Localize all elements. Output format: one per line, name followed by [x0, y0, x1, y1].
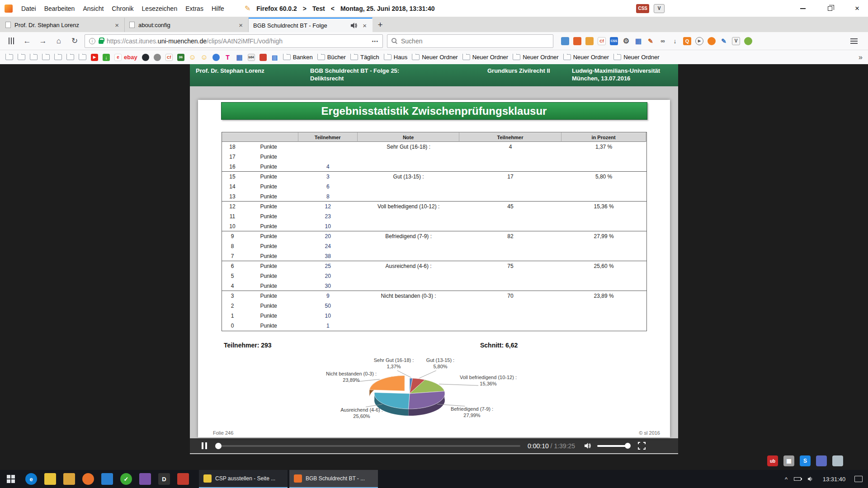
- progress-bar[interactable]: [215, 443, 520, 449]
- battery-icon[interactable]: [794, 477, 801, 481]
- printer-overlay-icon[interactable]: [832, 455, 843, 466]
- globe-icon[interactable]: [212, 54, 220, 61]
- b36-icon[interactable]: 36: [177, 54, 184, 61]
- bookmark-folder[interactable]: [66, 54, 74, 60]
- search-input[interactable]: [401, 38, 549, 45]
- menu-bearbeiten[interactable]: Bearbeiten: [40, 5, 79, 12]
- file-yellow-icon[interactable]: [44, 473, 56, 485]
- smiley-icon[interactable]: ☺: [189, 54, 196, 61]
- progress-track[interactable]: [215, 445, 520, 447]
- bookmark-folder[interactable]: Neuer Ordner: [412, 54, 458, 61]
- firefox-taskbar-icon[interactable]: [82, 473, 94, 485]
- volume-knob[interactable]: [625, 443, 631, 449]
- css-toolbar-icon[interactable]: CSS: [610, 37, 618, 45]
- leaf-icon[interactable]: [744, 37, 752, 45]
- cf-icon[interactable]: Cf: [165, 54, 173, 61]
- tab-3[interactable]: BGB Schuldrecht BT - Folge×: [249, 18, 373, 32]
- youtube-icon[interactable]: ▶: [91, 54, 98, 61]
- tab-1[interactable]: Prof. Dr. Stephan Lorenz×: [1, 18, 125, 32]
- bookmark-folder[interactable]: Haus: [384, 54, 407, 61]
- menu-lesezeichen[interactable]: Lesezeichen: [138, 5, 182, 12]
- doc-overlay-icon[interactable]: [816, 455, 827, 466]
- menu-button[interactable]: [848, 35, 860, 47]
- reload-button[interactable]: ↻: [69, 35, 80, 47]
- v-toolbar-icon[interactable]: V: [732, 37, 740, 45]
- paintbrush-icon[interactable]: ✎: [646, 37, 655, 45]
- close-button[interactable]: ×: [851, 3, 863, 14]
- win-list-icon[interactable]: ▤: [271, 54, 278, 61]
- firefox-addon-icon[interactable]: [708, 37, 716, 45]
- restore-button[interactable]: [824, 3, 836, 14]
- red-app-icon[interactable]: [259, 54, 267, 61]
- ublock-icon[interactable]: ub: [767, 455, 778, 466]
- taskbar-clock[interactable]: 13:31:40: [820, 476, 848, 483]
- bookmark-folder[interactable]: [30, 54, 38, 60]
- smiley2-icon[interactable]: ☺: [201, 54, 208, 61]
- minimize-button[interactable]: [797, 3, 809, 14]
- taskbar-window-button-2[interactable]: BGB Schuldrecht BT - ...: [289, 470, 378, 488]
- b64-icon[interactable]: b64: [248, 54, 255, 61]
- table-icon[interactable]: ▦: [634, 37, 642, 45]
- folder-yellow-icon[interactable]: [585, 37, 594, 45]
- bookmark-folder[interactable]: [54, 54, 62, 60]
- grid-overlay-icon[interactable]: ▦: [783, 455, 794, 466]
- volume-icon[interactable]: [584, 442, 592, 449]
- progress-knob[interactable]: [215, 443, 222, 449]
- antivirus-icon[interactable]: ✓: [120, 473, 132, 485]
- home-button[interactable]: ⌂: [53, 35, 65, 47]
- edge-icon[interactable]: e: [25, 473, 37, 485]
- telekom-icon[interactable]: T: [224, 54, 231, 61]
- download-icon[interactable]: ↓: [671, 37, 679, 45]
- purple-app-icon[interactable]: [139, 473, 151, 485]
- taskbar-window-button-1[interactable]: CSP ausstellen - Seite ...: [199, 470, 288, 488]
- menu-extras[interactable]: Extras: [181, 5, 208, 12]
- video-player[interactable]: Prof. Dr. Stephan Lorenz BGB Schuldrecht…: [190, 64, 678, 454]
- library-icon[interactable]: [5, 35, 17, 47]
- folder-blue-icon[interactable]: [561, 37, 569, 45]
- bookmark-folder[interactable]: Banken: [283, 54, 313, 61]
- github-icon[interactable]: [142, 54, 149, 61]
- tab-2[interactable]: about:config×: [125, 18, 249, 32]
- bookmark-folder[interactable]: Neuer Ordner: [462, 54, 508, 61]
- forward-button[interactable]: →: [37, 35, 49, 47]
- s-overlay-icon[interactable]: S: [800, 455, 811, 466]
- bookmark-folder[interactable]: Bücher: [317, 54, 346, 61]
- tab-close-icon[interactable]: ×: [114, 21, 120, 29]
- url-bar[interactable]: i https://cast.itunes.uni-muenchen.de/cl…: [85, 34, 383, 48]
- bookmark-folder[interactable]: [5, 54, 13, 60]
- tab-audio-icon[interactable]: [350, 22, 358, 29]
- edit-pencil-icon[interactable]: ✎: [720, 37, 728, 45]
- mail-icon[interactable]: [101, 473, 113, 485]
- menu-chronik[interactable]: Chronik: [108, 5, 137, 12]
- bookmark-folder[interactable]: [18, 54, 25, 60]
- menu-ansicht[interactable]: Ansicht: [79, 5, 108, 12]
- hidden-icons-button[interactable]: ^: [785, 476, 788, 483]
- red-taskbar-icon[interactable]: [177, 473, 189, 485]
- tab-close-icon[interactable]: ×: [238, 21, 244, 29]
- ebay-bookmark[interactable]: eebay: [114, 54, 137, 61]
- d-app-icon[interactable]: D: [158, 473, 170, 485]
- bookmark-folder[interactable]: Neuer Ordner: [563, 54, 609, 61]
- bookmark-folder[interactable]: [79, 54, 86, 60]
- grid-icon[interactable]: ▦: [236, 54, 243, 61]
- back-button[interactable]: ←: [21, 35, 33, 47]
- bookmark-folder[interactable]: [42, 54, 50, 60]
- bookmark-folder[interactable]: Neuer Ordner: [513, 54, 558, 61]
- start-button[interactable]: [0, 470, 22, 488]
- action-center-icon[interactable]: [854, 476, 863, 482]
- colorfultabs-icon[interactable]: Cf: [598, 37, 606, 45]
- url-text[interactable]: https://cast.itunes.uni-muenchen.de/clip…: [107, 38, 368, 45]
- menu-hilfe[interactable]: Hilfe: [208, 5, 228, 12]
- video-play-icon[interactable]: ▶: [695, 37, 703, 45]
- qtranslate-icon[interactable]: Q: [683, 37, 691, 45]
- menu-datei[interactable]: Datei: [17, 5, 40, 12]
- new-tab-button[interactable]: +: [373, 18, 388, 32]
- download-green-icon[interactable]: ↓: [103, 54, 110, 61]
- bookmark-folder[interactable]: Täglich: [350, 54, 379, 61]
- pause-button[interactable]: [202, 442, 207, 449]
- page-actions-icon[interactable]: •••: [372, 38, 378, 44]
- info-icon[interactable]: i: [89, 38, 95, 44]
- explorer-icon[interactable]: [63, 473, 75, 485]
- gray-dot-icon[interactable]: [154, 54, 161, 61]
- bookmark-folder[interactable]: Neuer Ordner: [613, 54, 659, 61]
